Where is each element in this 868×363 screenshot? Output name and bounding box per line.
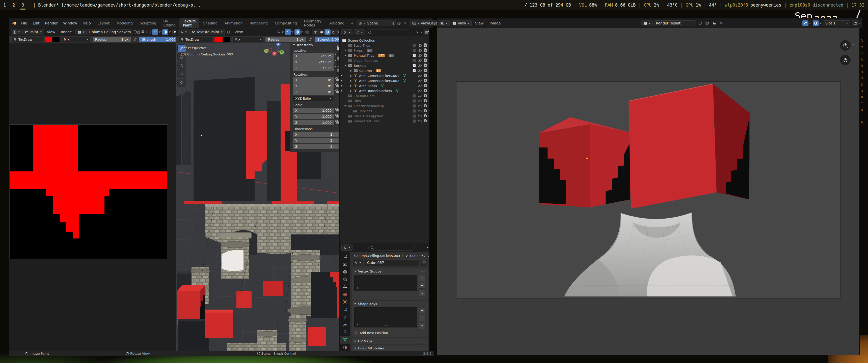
render-canvas[interactable]: + ‹ [437,28,860,355]
camera-icon[interactable] [424,105,427,107]
camera-icon[interactable] [424,90,427,92]
outliner-row-floorbricksbackup[interactable]: FloorBricksBackup [340,103,429,108]
camera-icon[interactable] [424,110,427,112]
tool-fill[interactable] [177,79,186,87]
panel-grip[interactable]: ···· [421,270,426,273]
properties-options[interactable] [425,245,430,250]
tab-layout[interactable]: Layout [94,20,113,26]
outliner-row-visual-replicas[interactable]: Visual Replicas [340,58,429,63]
eye-icon[interactable] [418,90,422,92]
remove-vertex-group-button[interactable]: − [419,282,426,289]
eye-icon[interactable] [418,105,422,107]
tab-render[interactable] [340,260,350,268]
workspace-1[interactable]: 1 [0,0,9,10]
tab-view-layer[interactable] [340,275,350,283]
gizmo-y-axis[interactable]: Y [280,50,284,55]
mesh-datablock-selector[interactable] [352,259,363,266]
outliner-row-base-tiles-applied[interactable]: Base Tiles.applied [340,113,429,119]
image-name-field[interactable]: Column.Ceiling.Sockets [87,29,133,35]
expand-icon[interactable] [350,70,352,72]
chevron-down-icon[interactable] [282,32,284,33]
tab-shading[interactable]: Shading [200,20,221,26]
exclude-checkbox[interactable] [412,104,416,108]
gizmo-minus-x-axis[interactable] [268,47,272,52]
vertex-groups-header[interactable]: Vertex Groups ···· [352,268,428,274]
camera-icon[interactable] [424,64,427,67]
outliner-row-generated-tiles[interactable]: Generated Tiles [340,119,429,124]
camera-icon[interactable] [424,59,427,62]
list-expand-icon[interactable] [357,324,358,326]
menu-view[interactable]: View [44,30,58,34]
exclude-checkbox[interactable]: ✓ [412,69,416,72]
view-mode-selector[interactable]: View [451,20,472,26]
overlays-toggle[interactable] [294,29,301,35]
outliner-row-column[interactable]: Column 38 ✓ [340,68,429,73]
zoom-button[interactable]: + [840,40,850,51]
primary-color-swatch[interactable] [215,37,222,42]
eye-icon[interactable] [418,60,422,62]
tab-uv-editing[interactable]: UV Editing [160,18,179,28]
render-slot-select[interactable]: Slot 1 [823,21,850,26]
exclude-checkbox[interactable] [412,114,416,118]
outliner-row-replicas[interactable]: Replicas [340,108,429,113]
outliner-row-sockets[interactable]: Sockets ✓ [340,63,429,68]
blend-mode-select[interactable]: Mix [232,37,264,42]
render-result-name-field[interactable]: Render Result [653,21,696,26]
eye-icon[interactable] [418,85,422,87]
chevron-down-icon[interactable] [159,32,161,33]
camera-icon[interactable] [424,49,427,52]
scene-selector[interactable]: Scene [357,20,396,26]
chevron-down-icon[interactable] [169,32,171,33]
eye-closed-icon[interactable] [418,95,422,97]
color-attributes-header[interactable]: Color Attributes ···· [352,345,428,351]
unlink-image-button[interactable]: × [718,21,724,26]
transform-panel-header[interactable]: Transform ···· [293,43,339,47]
camera-icon[interactable] [424,100,427,102]
eye-icon[interactable] [418,100,422,102]
fake-user-shield-icon[interactable] [133,29,137,35]
outliner-row-base-tiles[interactable]: Base Tiles [340,43,429,48]
tab-object-data[interactable] [340,336,350,343]
camera-icon[interactable] [424,69,427,72]
exclude-checkbox[interactable] [412,99,416,103]
overlays-toggle[interactable] [813,21,819,26]
camera-icon[interactable] [424,95,427,97]
tab-item[interactable]: Item [336,41,340,52]
brush-selector[interactable]: TexDraw [11,37,43,42]
vertex-group-specials-button[interactable] [419,290,426,297]
tab-modifiers[interactable] [340,306,350,314]
add-vertex-group-button[interactable]: + [419,275,426,281]
outliner-row-utils[interactable]: Utils [340,98,429,103]
secondary-color-swatch[interactable] [52,37,60,42]
gizmos-toggle[interactable] [152,29,158,35]
chevron-down-icon[interactable] [421,32,423,33]
outliner-row-column-core[interactable]: Column.Core [340,93,429,98]
chevron-down-icon[interactable] [819,23,821,24]
camera-icon[interactable] [424,115,427,117]
tab-compositing[interactable]: Compositing [272,20,300,26]
shading-solid[interactable] [318,29,324,35]
gizmo-x-axis[interactable]: X [272,52,277,56]
menu-edit[interactable]: Edit [30,21,42,26]
tab-animation[interactable]: Animation [221,20,246,26]
menu-view[interactable]: View [473,21,486,26]
tab-sculpting[interactable]: Sculpting [136,20,159,26]
tab-texture-paint[interactable]: Texture Paint [179,18,199,29]
tab-modeling[interactable]: Modeling [113,20,136,26]
remove-shape-key-button[interactable]: − [419,315,426,321]
editor-type-selector[interactable] [341,244,352,251]
chevron-down-icon[interactable] [337,32,339,33]
new-collection-button[interactable]: + [424,29,430,35]
strength-slider[interactable]: Strength1.00 [315,37,340,42]
eye-icon[interactable] [418,50,422,52]
menu-view[interactable]: View [232,30,245,34]
tab-output[interactable] [340,268,350,275]
shading-rendered[interactable] [331,29,337,35]
breadcrumb-object[interactable]: Column.Ceiling.Sockets.003 [354,254,400,258]
pack-image-button[interactable] [141,29,144,35]
eye-icon[interactable] [418,115,422,117]
tool-clone[interactable] [177,70,186,78]
outliner-row-arch-corner-001[interactable]: Arch.Corner.Sockets.001 [340,73,429,78]
add-rest-position-checkbox[interactable] [354,331,358,334]
new-scene-button[interactable] [396,21,402,26]
